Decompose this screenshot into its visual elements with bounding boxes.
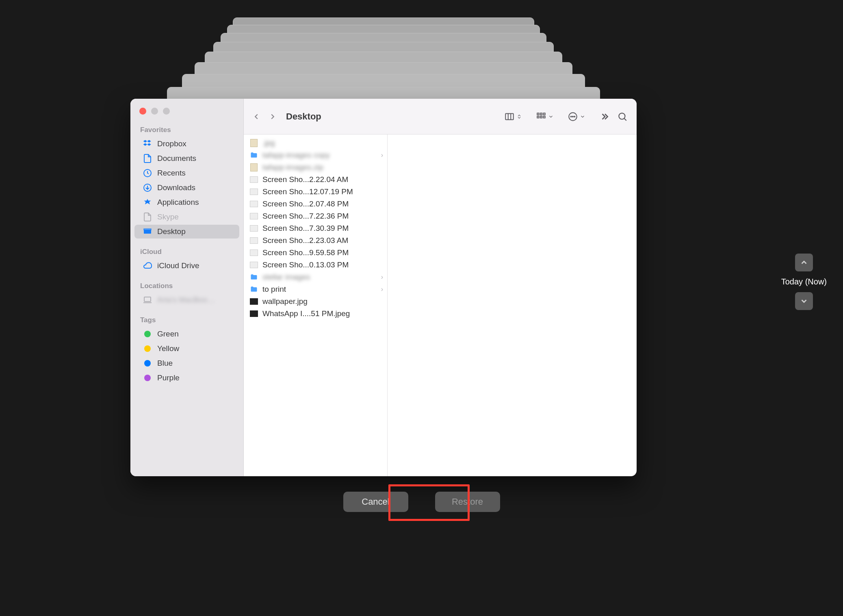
sidebar-tag-green[interactable]: Green xyxy=(134,327,239,341)
sidebar-tag-yellow[interactable]: Yellow xyxy=(134,342,239,356)
file-name: Screen Sho...2.22.04 AM xyxy=(262,175,383,184)
sidebar-item-label: iCloud Drive xyxy=(157,261,199,270)
file-row[interactable]: tafapp-images.zip xyxy=(244,161,387,174)
file-name: to print xyxy=(262,285,377,294)
file-name: Screen Sho...7.30.39 PM xyxy=(262,224,383,233)
file-name: Screen Sho...12.07.19 PM xyxy=(262,187,383,196)
laptop-icon xyxy=(143,295,152,305)
sidebar-item-label: Downloads xyxy=(157,183,195,192)
sidebar-item-label: Applications xyxy=(157,198,199,207)
minimize-window-button[interactable] xyxy=(151,108,158,115)
image-icon xyxy=(249,187,258,196)
svg-rect-12 xyxy=(543,113,545,115)
timeline-up-button[interactable] xyxy=(795,254,813,271)
sidebar-item-label: Blue xyxy=(157,359,173,368)
svg-point-20 xyxy=(619,113,625,119)
action-menu-button[interactable] xyxy=(568,111,585,122)
image-icon xyxy=(249,212,258,221)
zoom-window-button[interactable] xyxy=(163,108,170,115)
sidebar-item-label: Skype xyxy=(157,213,179,221)
sidebar-item-applications[interactable]: Applications xyxy=(134,195,239,209)
sidebar-item-icloud-drive[interactable]: iCloud Drive xyxy=(134,259,239,273)
file-name: Screen Sho...2.23.03 AM xyxy=(262,236,383,245)
file-row[interactable]: Screen Sho...12.07.19 PM xyxy=(244,186,387,198)
group-by-button[interactable] xyxy=(536,111,554,122)
view-columns-button[interactable] xyxy=(504,111,522,122)
download-icon xyxy=(143,183,152,193)
svg-rect-15 xyxy=(543,116,545,117)
clock-icon xyxy=(143,168,152,178)
folder-icon xyxy=(249,151,258,160)
file-row[interactable]: stellar images› xyxy=(244,271,387,283)
toolbar: Desktop xyxy=(244,99,637,134)
archive-icon xyxy=(249,163,258,172)
file-row[interactable]: Screen Sho...7.30.39 PM xyxy=(244,222,387,234)
tag-dot-icon xyxy=(143,344,152,354)
tag-dot-icon xyxy=(143,358,152,368)
tag-dot-icon xyxy=(143,373,152,383)
file-name: Screen Sho...9.59.58 PM xyxy=(262,248,383,257)
image-icon xyxy=(249,248,258,257)
file-name: .jpg xyxy=(262,139,383,147)
file-row[interactable]: Screen Sho...7.22.36 PM xyxy=(244,210,387,222)
image-icon xyxy=(249,309,258,318)
sidebar-item-dropbox[interactable]: Dropbox xyxy=(134,137,239,151)
file-row[interactable]: Screen Sho...9.59.58 PM xyxy=(244,247,387,259)
cloud-icon xyxy=(143,261,152,271)
svg-rect-13 xyxy=(537,116,539,117)
sidebar-tag-purple[interactable]: Purple xyxy=(134,371,239,385)
svg-line-21 xyxy=(624,118,626,120)
file-name: wallpaper.jpg xyxy=(262,297,383,306)
sidebar-tag-blue[interactable]: Blue xyxy=(134,356,239,370)
svg-point-18 xyxy=(572,116,573,117)
timeline-controls: Today (Now) xyxy=(781,254,827,310)
sidebar-section-favorites: Favorites xyxy=(130,123,243,137)
forward-button[interactable] xyxy=(266,110,280,124)
window-controls xyxy=(130,104,243,123)
svg-rect-14 xyxy=(540,116,542,117)
window-title: Desktop xyxy=(286,111,321,122)
close-window-button[interactable] xyxy=(139,108,146,115)
sidebar-section-locations: Locations xyxy=(130,279,243,293)
file-row[interactable]: Screen Sho...0.13.03 PM xyxy=(244,259,387,271)
image-icon xyxy=(249,297,258,306)
document-icon xyxy=(143,154,152,163)
file-row[interactable]: wallpaper.jpg xyxy=(244,295,387,308)
finder-main: Desktop xyxy=(244,99,637,476)
file-name: stellar images xyxy=(262,273,377,282)
sidebar-item-label: Yellow xyxy=(157,344,179,353)
sidebar-item-location[interactable]: Arta's MacBoo… xyxy=(134,293,239,307)
image-icon xyxy=(249,260,258,269)
file-row[interactable]: tafapp-images copy› xyxy=(244,149,387,161)
image-icon xyxy=(249,200,258,208)
file-row[interactable]: .jpg xyxy=(244,137,387,149)
image-icon xyxy=(249,175,258,184)
sidebar-item-recents[interactable]: Recents xyxy=(134,166,239,180)
document-icon xyxy=(143,212,152,222)
sidebar-section-icloud: iCloud xyxy=(130,245,243,258)
file-row[interactable]: Screen Sho...2.07.48 PM xyxy=(244,198,387,210)
sidebar-item-documents[interactable]: Documents xyxy=(134,152,239,165)
file-row[interactable]: WhatsApp I....51 PM.jpeg xyxy=(244,308,387,320)
sidebar-item-desktop[interactable]: Desktop xyxy=(134,225,239,239)
image-icon xyxy=(249,224,258,233)
sidebar-item-label: Green xyxy=(157,330,179,338)
sidebar-item-label: Dropbox xyxy=(157,139,186,148)
search-button[interactable] xyxy=(617,111,628,122)
sidebar-item-label: Arta's MacBoo… xyxy=(157,295,215,304)
sidebar-item-downloads[interactable]: Downloads xyxy=(134,181,239,195)
file-row[interactable]: Screen Sho...2.23.03 AM xyxy=(244,234,387,247)
file-column: .jpgtafapp-images copy›tafapp-images.zip… xyxy=(244,134,388,476)
file-row[interactable]: to print› xyxy=(244,283,387,295)
sidebar-item-label: Purple xyxy=(157,373,180,382)
back-button[interactable] xyxy=(249,110,263,124)
svg-rect-10 xyxy=(537,113,539,115)
sidebar-item-label: Recents xyxy=(157,169,186,178)
file-row[interactable]: Screen Sho...2.22.04 AM xyxy=(244,174,387,186)
overflow-button[interactable] xyxy=(599,111,610,122)
chevron-right-icon: › xyxy=(381,286,383,293)
dropbox-icon xyxy=(143,139,152,149)
sidebar-item-skype[interactable]: Skype xyxy=(134,210,239,224)
finder-window: Favorites Dropbox Documents Recents xyxy=(130,99,637,476)
timeline-down-button[interactable] xyxy=(795,292,813,310)
